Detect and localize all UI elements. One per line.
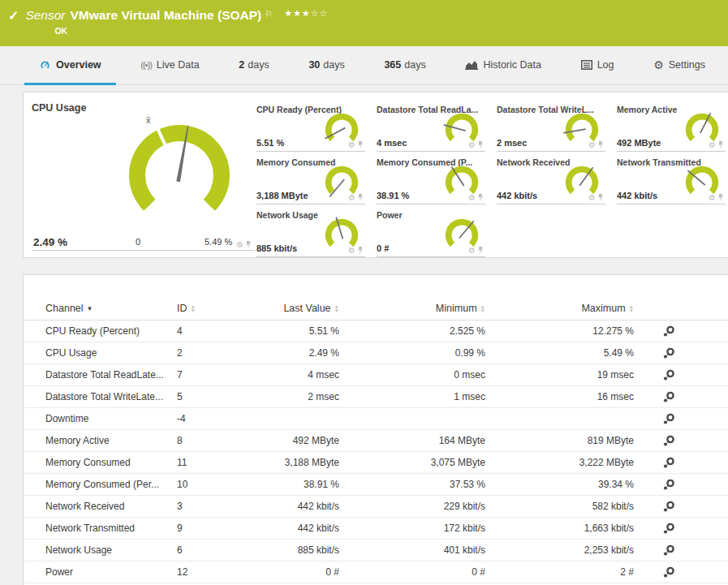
- channel-settings-icon[interactable]: [662, 435, 675, 447]
- tab-label-number: 365: [384, 59, 401, 71]
- column-header-maximum[interactable]: Maximum ▲▼: [485, 303, 634, 314]
- pin-icon[interactable]: [477, 140, 484, 149]
- channel-gauge[interactable]: CPU Ready (Percent) 5.51 % ⚙: [256, 99, 365, 152]
- column-label: Last Value: [283, 303, 330, 314]
- tab-log[interactable]: Log: [566, 46, 629, 85]
- channel-gauge[interactable]: Network Received 442 kbit/s ⚙: [497, 152, 605, 204]
- gauge-settings-gear-icon[interactable]: ⚙: [709, 141, 716, 149]
- gauge-settings-gear-icon[interactable]: ⚙: [348, 141, 355, 149]
- pin-icon[interactable]: [357, 140, 364, 149]
- cell-id: 5: [177, 391, 234, 402]
- table-row[interactable]: Power 12 0 # 0 # 2 #: [24, 561, 728, 583]
- pin-icon[interactable]: [477, 246, 484, 255]
- table-row[interactable]: CPU Ready (Percent) 4 5.51 % 2.525 % 12.…: [24, 320, 728, 342]
- column-header-id[interactable]: ID ▲▼: [177, 303, 234, 314]
- broadcast-icon: ((•)): [140, 60, 152, 70]
- table-row[interactable]: Memory Active 8 492 MByte 164 MByte 819 …: [24, 430, 728, 452]
- table-row[interactable]: CPU Usage 2 2.49 % 0.99 % 5.49 %: [24, 342, 728, 364]
- channel-settings-icon[interactable]: [662, 325, 675, 338]
- priority-stars[interactable]: ★★★☆☆: [284, 5, 328, 21]
- cell-id: 3: [177, 501, 234, 512]
- channel-settings-icon[interactable]: [662, 347, 675, 359]
- gauge-settings-gear-icon[interactable]: ⚙: [348, 194, 355, 202]
- pin-icon[interactable]: [245, 240, 252, 249]
- channel-gauge[interactable]: Network Transmitted 442 kbit/s ⚙: [617, 152, 726, 204]
- cell-last-value: 442 kbit/s: [234, 523, 339, 534]
- tab-bar: Overview ((•)) Live Data 2 days 30 days …: [0, 46, 728, 85]
- cell-channel: Memory Consumed: [45, 457, 177, 468]
- cell-minimum: 164 MByte: [339, 435, 485, 446]
- channel-gauge[interactable]: Memory Active 492 MByte ⚙: [617, 99, 726, 152]
- column-label: ID: [177, 303, 187, 314]
- pin-icon[interactable]: [597, 140, 604, 149]
- cell-id: 2: [177, 347, 234, 359]
- channel-settings-icon[interactable]: [662, 501, 675, 513]
- channel-settings-icon[interactable]: [662, 413, 675, 425]
- sensor-title: VMware Virtual Machine (SOAP): [71, 7, 262, 24]
- pin-icon[interactable]: [477, 193, 484, 202]
- channel-settings-icon[interactable]: [662, 369, 675, 381]
- gauge-settings-gear-icon[interactable]: ⚙: [588, 194, 596, 202]
- gauge-settings-gear-icon[interactable]: ⚙: [468, 247, 476, 255]
- tab-live-data[interactable]: ((•)) Live Data: [126, 46, 213, 85]
- pin-icon[interactable]: [357, 246, 364, 255]
- channel-settings-icon[interactable]: [662, 544, 675, 557]
- table-row[interactable]: Memory Consumed (Per... 10 38.91 % 37.53…: [24, 474, 728, 496]
- channel-settings-icon[interactable]: [662, 457, 675, 469]
- cell-id: 12: [177, 566, 234, 578]
- channel-gauge[interactable]: Memory Consumed (P... 38.91 % ⚙: [377, 152, 485, 204]
- channel-gauge[interactable]: Memory Consumed 3,188 MByte ⚙: [256, 152, 365, 204]
- cell-minimum: 2.525 %: [339, 325, 485, 337]
- table-row[interactable]: Network Usage 6 885 kbit/s 401 kbit/s 2,…: [24, 540, 728, 561]
- channel-settings-icon[interactable]: [662, 523, 675, 535]
- cell-id: 4: [177, 325, 234, 337]
- channel-gauge[interactable]: Datastore Total ReadLa... 4 msec ⚙: [377, 99, 485, 152]
- tab-settings[interactable]: ⚙ Settings: [639, 46, 720, 85]
- gauge-settings-gear-icon[interactable]: ⚙: [588, 141, 596, 149]
- pin-icon[interactable]: [717, 140, 724, 149]
- cell-last-value: 2 msec: [234, 391, 339, 402]
- channel-gauge[interactable]: Network Usage 885 kbit/s ⚙: [256, 204, 365, 257]
- cell-maximum: 1,663 kbit/s: [485, 523, 634, 534]
- gauge-settings-gear-icon[interactable]: ⚙: [236, 241, 243, 249]
- gauge-current-value: 3,188 MByte: [256, 191, 308, 200]
- table-row[interactable]: Downtime -4: [24, 408, 728, 430]
- tab-label-number: 30: [308, 59, 320, 71]
- column-label: Channel: [45, 303, 84, 314]
- tab-2-days[interactable]: 2 days: [224, 46, 283, 85]
- channel-gauge[interactable]: Power 0 # ⚙: [377, 204, 485, 257]
- column-label: Minimum: [436, 303, 477, 314]
- table-row[interactable]: Network Received 3 442 kbit/s 229 kbit/s…: [24, 496, 728, 518]
- gauge-settings-gear-icon[interactable]: ⚙: [348, 247, 355, 255]
- tab-label-number: 2: [239, 59, 244, 71]
- cell-maximum: 12.275 %: [485, 325, 634, 337]
- pin-icon[interactable]: [597, 193, 604, 202]
- table-row[interactable]: Memory Consumed 11 3,188 MByte 3,075 MBy…: [24, 452, 728, 474]
- cell-minimum: 1 msec: [339, 391, 485, 402]
- table-row[interactable]: Datastore Total ReadLate... 7 4 msec 0 m…: [24, 364, 728, 386]
- column-header-last-value[interactable]: Last Value ▲▼: [234, 303, 339, 314]
- channel-gauge[interactable]: Datastore Total WriteL... 2 msec ⚙: [497, 99, 605, 152]
- channel-settings-icon[interactable]: [662, 566, 675, 579]
- channel-settings-icon[interactable]: [662, 479, 675, 491]
- flag-icon[interactable]: ⚐: [265, 6, 273, 22]
- table-row[interactable]: Datastore Total WriteLate... 5 2 msec 1 …: [24, 386, 728, 408]
- tab-label: days: [404, 59, 425, 71]
- gauge-settings-gear-icon[interactable]: ⚙: [709, 194, 716, 202]
- tab-historic-data[interactable]: Historic Data: [450, 46, 556, 85]
- tab-365-days[interactable]: 365 days: [369, 46, 440, 85]
- tab-label: days: [323, 59, 344, 71]
- column-header-channel[interactable]: Channel ▼: [45, 303, 177, 314]
- table-row[interactable]: Network Transmitted 9 442 kbit/s 172 kbi…: [24, 518, 728, 540]
- log-list-icon: [581, 60, 592, 70]
- cell-channel: Memory Active: [45, 435, 177, 446]
- sort-desc-icon: ▼: [87, 305, 93, 312]
- gauge-settings-gear-icon[interactable]: ⚙: [468, 194, 476, 202]
- pin-icon[interactable]: [357, 193, 364, 202]
- channel-settings-icon[interactable]: [662, 391, 675, 403]
- tab-overview[interactable]: Overview: [24, 46, 116, 85]
- gauge-settings-gear-icon[interactable]: ⚙: [468, 141, 476, 149]
- pin-icon[interactable]: [717, 193, 724, 202]
- tab-30-days[interactable]: 30 days: [294, 46, 359, 85]
- column-header-minimum[interactable]: Minimum ▲▼: [339, 303, 485, 314]
